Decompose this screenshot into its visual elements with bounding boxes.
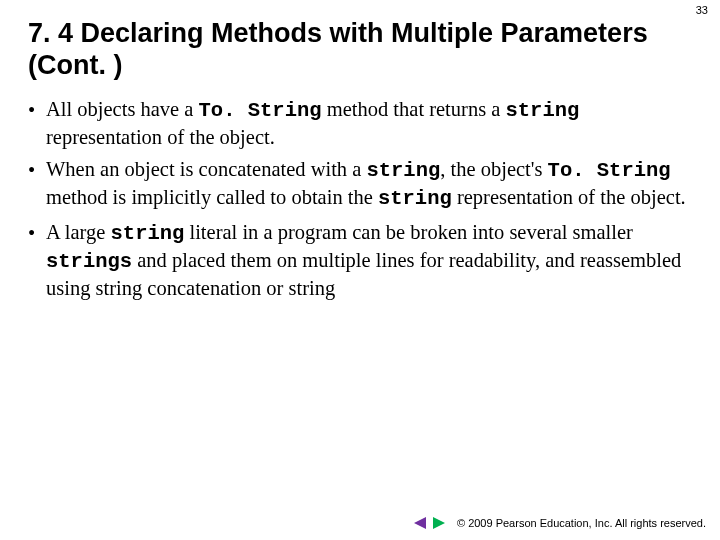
code-run: strings xyxy=(46,250,132,273)
svg-marker-1 xyxy=(433,517,445,529)
code-run: string xyxy=(366,159,440,182)
code-run: To. String xyxy=(548,159,671,182)
code-run: string xyxy=(505,99,579,122)
bullet-text: When an object is concatenated with a st… xyxy=(46,156,690,212)
text-run: literal in a program can be broken into … xyxy=(184,221,633,243)
code-run: To. String xyxy=(199,99,322,122)
text-run: method is implicitly called to obtain th… xyxy=(46,186,378,208)
bullet-marker: • xyxy=(28,96,46,150)
text-run: representation of the object. xyxy=(46,126,275,148)
bullet-item: • When an object is concatenated with a … xyxy=(28,156,690,212)
next-icon[interactable] xyxy=(431,516,447,530)
bullet-marker: • xyxy=(28,156,46,212)
text-run: All objects have a xyxy=(46,98,199,120)
code-run: string xyxy=(111,222,185,245)
text-run: and placed them on multiple lines for re… xyxy=(46,249,681,299)
text-run: , the object's xyxy=(440,158,547,180)
page-number: 33 xyxy=(696,4,708,16)
bullet-item: • All objects have a To. String method t… xyxy=(28,96,690,150)
slide-content: • All objects have a To. String method t… xyxy=(0,88,720,302)
bullet-marker: • xyxy=(28,219,46,302)
text-run: representation of the object. xyxy=(452,186,686,208)
text-run: method that returns a xyxy=(322,98,506,120)
copyright-text: © 2009 Pearson Education, Inc. All right… xyxy=(457,517,706,529)
svg-marker-0 xyxy=(414,517,426,529)
bullet-text: All objects have a To. String method tha… xyxy=(46,96,690,150)
footer: © 2009 Pearson Education, Inc. All right… xyxy=(412,516,706,530)
slide-title: 7. 4 Declaring Methods with Multiple Par… xyxy=(0,0,720,88)
text-run: A large xyxy=(46,221,111,243)
nav-controls xyxy=(412,516,447,530)
code-run: string xyxy=(378,187,452,210)
bullet-item: • A large string literal in a program ca… xyxy=(28,219,690,302)
text-run: When an object is concatenated with a xyxy=(46,158,366,180)
bullet-text: A large string literal in a program can … xyxy=(46,219,690,302)
prev-icon[interactable] xyxy=(412,516,428,530)
